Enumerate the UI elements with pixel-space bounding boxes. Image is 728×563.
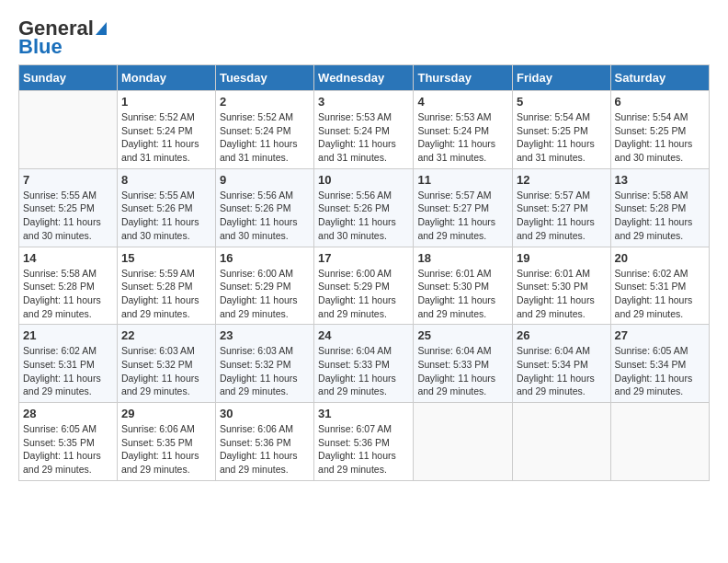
day-cell: 27Sunrise: 6:05 AMSunset: 5:34 PMDayligh… [610,325,709,403]
day-number: 20 [615,251,705,265]
day-info: Sunrise: 6:00 AMSunset: 5:29 PMDaylight:… [220,267,310,321]
day-info: Sunrise: 6:02 AMSunset: 5:31 PMDaylight:… [615,267,705,321]
day-number: 7 [23,173,113,187]
day-cell: 14Sunrise: 5:58 AMSunset: 5:28 PMDayligh… [19,247,118,325]
weekday-header-row: SundayMondayTuesdayWednesdayThursdayFrid… [19,65,710,91]
day-info: Sunrise: 5:53 AMSunset: 5:24 PMDaylight:… [318,110,409,165]
day-number: 24 [318,328,409,342]
day-info: Sunrise: 5:57 AMSunset: 5:27 PMDaylight:… [517,189,607,243]
weekday-header-saturday: Saturday [610,65,709,91]
day-cell: 1Sunrise: 5:52 AMSunset: 5:24 PMDaylight… [117,91,215,169]
weekday-header-sunday: Sunday [19,65,118,91]
day-info: Sunrise: 5:52 AMSunset: 5:24 PMDaylight:… [220,110,310,165]
day-cell: 26Sunrise: 6:04 AMSunset: 5:34 PMDayligh… [513,325,611,403]
day-info: Sunrise: 5:54 AMSunset: 5:25 PMDaylight:… [615,110,705,165]
day-number: 1 [121,95,211,109]
day-cell: 10Sunrise: 5:56 AMSunset: 5:26 PMDayligh… [314,168,414,247]
week-row-1: 1Sunrise: 5:52 AMSunset: 5:24 PMDaylight… [19,91,710,169]
day-cell: 19Sunrise: 6:01 AMSunset: 5:30 PMDayligh… [513,247,611,325]
day-number: 10 [318,173,409,187]
logo: General Blue [18,18,107,57]
week-row-4: 21Sunrise: 6:02 AMSunset: 5:31 PMDayligh… [19,325,710,403]
day-cell: 20Sunrise: 6:02 AMSunset: 5:31 PMDayligh… [610,247,709,325]
day-number: 30 [220,407,310,420]
day-cell: 4Sunrise: 5:53 AMSunset: 5:24 PMDaylight… [414,91,513,169]
day-cell: 24Sunrise: 6:04 AMSunset: 5:33 PMDayligh… [314,325,414,403]
day-cell [610,403,709,481]
day-number: 29 [121,407,211,420]
day-info: Sunrise: 6:07 AMSunset: 5:36 PMDaylight:… [318,422,409,477]
day-cell [19,91,118,169]
day-number: 2 [220,95,310,109]
day-number: 15 [121,251,211,265]
day-cell: 2Sunrise: 5:52 AMSunset: 5:24 PMDaylight… [215,91,313,169]
day-cell: 18Sunrise: 6:01 AMSunset: 5:30 PMDayligh… [414,247,513,325]
week-row-3: 14Sunrise: 5:58 AMSunset: 5:28 PMDayligh… [19,247,710,325]
day-number: 18 [417,251,508,265]
day-info: Sunrise: 5:57 AMSunset: 5:27 PMDaylight:… [417,189,508,243]
day-cell: 29Sunrise: 6:06 AMSunset: 5:35 PMDayligh… [117,403,215,481]
day-info: Sunrise: 6:01 AMSunset: 5:30 PMDaylight:… [417,267,508,321]
day-info: Sunrise: 5:56 AMSunset: 5:26 PMDaylight:… [220,189,310,243]
day-cell: 8Sunrise: 5:55 AMSunset: 5:26 PMDaylight… [117,168,215,247]
day-number: 22 [121,328,211,342]
day-cell: 25Sunrise: 6:04 AMSunset: 5:33 PMDayligh… [414,325,513,403]
day-number: 19 [517,251,607,265]
day-info: Sunrise: 5:58 AMSunset: 5:28 PMDaylight:… [615,189,705,243]
day-info: Sunrise: 6:04 AMSunset: 5:33 PMDaylight:… [318,344,409,398]
logo-blue: Blue [18,37,63,57]
day-number: 17 [318,251,409,265]
day-cell: 21Sunrise: 6:02 AMSunset: 5:31 PMDayligh… [19,325,118,403]
day-cell: 11Sunrise: 5:57 AMSunset: 5:27 PMDayligh… [414,168,513,247]
weekday-header-monday: Monday [117,65,215,91]
day-cell: 16Sunrise: 6:00 AMSunset: 5:29 PMDayligh… [215,247,313,325]
day-cell: 3Sunrise: 5:53 AMSunset: 5:24 PMDaylight… [314,91,414,169]
day-cell: 7Sunrise: 5:55 AMSunset: 5:25 PMDaylight… [19,168,118,247]
day-info: Sunrise: 5:54 AMSunset: 5:25 PMDaylight:… [517,110,607,165]
day-info: Sunrise: 6:05 AMSunset: 5:34 PMDaylight:… [615,344,705,398]
day-number: 9 [220,173,310,187]
day-number: 25 [417,328,508,342]
day-info: Sunrise: 6:00 AMSunset: 5:29 PMDaylight:… [318,267,409,321]
page-header: General Blue [18,18,710,57]
day-number: 23 [220,328,310,342]
day-info: Sunrise: 6:01 AMSunset: 5:30 PMDaylight:… [517,267,607,321]
logo-triangle-icon [96,22,107,35]
day-number: 11 [417,173,508,187]
day-number: 13 [615,173,705,187]
day-cell [414,403,513,481]
day-number: 3 [318,95,409,109]
weekday-header-friday: Friday [513,65,611,91]
day-number: 27 [615,328,705,342]
day-info: Sunrise: 6:02 AMSunset: 5:31 PMDaylight:… [23,344,113,398]
day-number: 28 [23,407,113,420]
day-cell: 22Sunrise: 6:03 AMSunset: 5:32 PMDayligh… [117,325,215,403]
day-info: Sunrise: 5:58 AMSunset: 5:28 PMDaylight:… [23,267,113,321]
day-cell: 31Sunrise: 6:07 AMSunset: 5:36 PMDayligh… [314,403,414,481]
day-cell: 12Sunrise: 5:57 AMSunset: 5:27 PMDayligh… [513,168,611,247]
day-info: Sunrise: 6:06 AMSunset: 5:35 PMDaylight:… [121,422,211,477]
day-number: 12 [517,173,607,187]
day-number: 6 [615,95,705,109]
day-cell: 5Sunrise: 5:54 AMSunset: 5:25 PMDaylight… [513,91,611,169]
day-info: Sunrise: 6:04 AMSunset: 5:34 PMDaylight:… [517,344,607,398]
day-number: 31 [318,407,409,420]
day-info: Sunrise: 5:56 AMSunset: 5:26 PMDaylight:… [318,189,409,243]
day-info: Sunrise: 5:55 AMSunset: 5:26 PMDaylight:… [121,189,211,243]
weekday-header-wednesday: Wednesday [314,65,414,91]
day-number: 16 [220,251,310,265]
day-info: Sunrise: 6:06 AMSunset: 5:36 PMDaylight:… [220,422,310,477]
day-cell: 28Sunrise: 6:05 AMSunset: 5:35 PMDayligh… [19,403,118,481]
day-cell [513,403,611,481]
week-row-5: 28Sunrise: 6:05 AMSunset: 5:35 PMDayligh… [19,403,710,481]
day-cell: 30Sunrise: 6:06 AMSunset: 5:36 PMDayligh… [215,403,313,481]
weekday-header-tuesday: Tuesday [215,65,313,91]
day-info: Sunrise: 5:52 AMSunset: 5:24 PMDaylight:… [121,110,211,165]
day-number: 14 [23,251,113,265]
day-cell: 13Sunrise: 5:58 AMSunset: 5:28 PMDayligh… [610,168,709,247]
day-cell: 23Sunrise: 6:03 AMSunset: 5:32 PMDayligh… [215,325,313,403]
day-cell: 6Sunrise: 5:54 AMSunset: 5:25 PMDaylight… [610,91,709,169]
day-info: Sunrise: 5:59 AMSunset: 5:28 PMDaylight:… [121,267,211,321]
day-number: 21 [23,328,113,342]
day-info: Sunrise: 6:03 AMSunset: 5:32 PMDaylight:… [220,344,310,398]
